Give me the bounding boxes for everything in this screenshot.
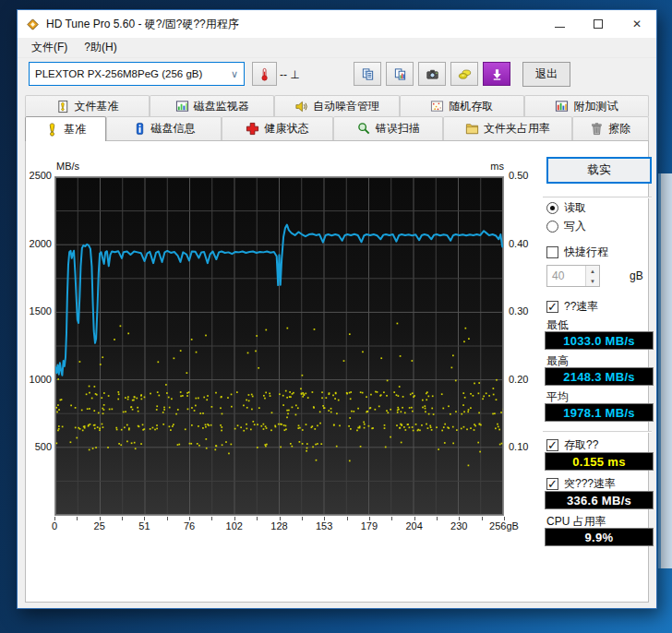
tick-label: 0.40 <box>509 238 540 249</box>
tab-label: 磁盘监视器 <box>194 99 249 114</box>
checkbox-short-stroke-label: 快捷行程 <box>564 245 608 260</box>
checkbox-burst-rate-control[interactable] <box>546 478 558 490</box>
checkbox-burst-rate-label: 突???速率 <box>564 476 616 492</box>
save-disks-icon <box>458 67 472 81</box>
toolbar: PLEXTOR PX-256M8PeG (256 gB) ∨ -- ⊥ <box>18 58 656 91</box>
tab-label: 自动噪音管理 <box>313 99 379 114</box>
tick-label: 0 <box>33 520 76 531</box>
radio-write-control[interactable] <box>546 221 558 233</box>
radio-write-label: 写入 <box>564 219 586 234</box>
hdtune-window: HD Tune Pro 5.60 - 硬?/固?硬??用程序 ✕ 文件(F) ?… <box>17 9 657 609</box>
thermometer-icon <box>258 67 271 81</box>
camera-icon <box>426 67 439 81</box>
checkbox-short-stroke[interactable]: 快捷行程 <box>546 245 608 260</box>
trash-icon <box>590 122 604 136</box>
checkbox-access-time-control[interactable] <box>546 439 558 451</box>
tab-label: 文件夹占用率 <box>484 121 550 137</box>
copy-text-button[interactable] <box>354 62 381 86</box>
tab-label: 擦除 <box>608 121 630 137</box>
tick-label: 1000 <box>26 374 52 385</box>
checkbox-transfer-rate-control[interactable] <box>546 301 558 313</box>
file-benchmark-icon <box>56 100 70 113</box>
copy-image-icon <box>393 67 407 81</box>
capacity-unit: gB <box>630 269 643 282</box>
tab-aam[interactable]: 自动噪音管理 <box>274 95 399 116</box>
menu-file[interactable]: 文件(F) <box>23 38 76 57</box>
tick-label: 76 <box>168 520 210 531</box>
benchmark-chart <box>54 176 504 516</box>
capacity-stepper[interactable]: 40 ▲▼ <box>546 265 600 287</box>
avg-value-display: 1978.1 MB/s <box>545 403 654 422</box>
checkbox-access-time-label: 存取?? <box>564 437 598 453</box>
tab-random-access[interactable]: 随机存取 <box>400 95 524 116</box>
burst-rate-display: 336.6 MB/s <box>545 491 654 509</box>
start-button[interactable]: 载实 <box>546 157 652 184</box>
tick-label: 25 <box>78 520 121 531</box>
temperature-button[interactable] <box>252 62 277 86</box>
folder-icon <box>465 122 479 136</box>
min-value-display: 1033.0 MB/s <box>545 331 654 350</box>
tick-label: 1500 <box>26 305 52 316</box>
tab-benchmark[interactable]: 基准 <box>25 116 106 141</box>
radio-read-control[interactable] <box>546 202 558 214</box>
tab-label: 基准 <box>64 122 86 137</box>
tabrow-front: 基准 磁盘信息 健康状态 <box>25 116 649 140</box>
tab-disk-monitor[interactable]: 磁盘监视器 <box>150 95 274 116</box>
checkbox-transfer-rate[interactable]: ??速率 <box>546 299 598 315</box>
tick-label: 0.10 <box>509 441 540 452</box>
health-cross-icon <box>246 122 259 136</box>
background-window-edge <box>658 173 672 568</box>
tick-label: 102 <box>213 520 256 531</box>
close-button[interactable]: ✕ <box>618 10 656 38</box>
stepper-arrows[interactable]: ▲▼ <box>585 266 599 286</box>
tick-label: 179 <box>348 520 390 531</box>
benchmark-page: MB/s ms 2500200015001000500 0.500.400.30… <box>25 140 649 603</box>
tab-extra-tests[interactable]: 附加测试 <box>524 95 649 116</box>
drive-select-dropdown[interactable]: PLEXTOR PX-256M8PeG (256 gB) ∨ <box>29 62 245 86</box>
tab-erase[interactable]: 擦除 <box>572 116 650 140</box>
maximize-button[interactable] <box>579 10 618 38</box>
checkbox-transfer-rate-label: ??速率 <box>564 299 598 315</box>
download-button[interactable] <box>483 62 510 86</box>
tick-label: 51 <box>123 520 165 531</box>
titlebar: HD Tune Pro 5.60 - 硬?/固?硬??用程序 ✕ <box>18 10 656 38</box>
magnifier-icon <box>357 122 371 136</box>
extra-tests-icon <box>555 100 569 113</box>
tab-folder-usage[interactable]: 文件夹占用率 <box>443 116 571 140</box>
tick-label: 2000 <box>26 238 52 249</box>
minimize-button[interactable] <box>540 10 579 38</box>
tab-label: 错误扫描 <box>376 121 420 137</box>
random-access-icon <box>430 100 444 113</box>
tabrow-back: 文件基准 磁盘监视器 <box>25 95 649 116</box>
checkbox-access-time[interactable]: 存取?? <box>546 437 598 453</box>
save-button[interactable] <box>450 62 478 86</box>
screenshot-button[interactable] <box>418 62 446 86</box>
cpu-usage-display: 9.9% <box>545 528 654 546</box>
separator <box>543 431 652 433</box>
tab-label: 健康状态 <box>264 121 308 137</box>
benchmark-exclamation-icon <box>45 123 59 137</box>
tab-health[interactable]: 健康状态 <box>222 116 333 140</box>
tab-error-scan[interactable]: 错误扫描 <box>333 116 443 140</box>
max-value-display: 2148.3 MB/s <box>545 367 654 386</box>
tick-label: 0.50 <box>509 170 540 181</box>
exit-button[interactable]: 退出 <box>522 62 570 87</box>
access-time-display: 0.155 ms <box>545 452 654 471</box>
menu-help[interactable]: ?助(H) <box>76 38 125 57</box>
tab-disk-info[interactable]: 磁盘信息 <box>106 116 221 140</box>
y-left-unit: MB/s <box>56 161 79 172</box>
tab-file-benchmark[interactable]: 文件基准 <box>25 95 150 116</box>
tick-label: 204 <box>393 520 436 531</box>
checkbox-short-stroke-control[interactable] <box>546 246 558 258</box>
plot-svg <box>55 177 503 515</box>
temperature-value: -- ⊥ <box>280 68 300 81</box>
speaker-icon <box>294 100 308 113</box>
disk-monitor-icon <box>175 100 189 113</box>
radio-write[interactable]: 写入 <box>546 219 586 234</box>
copy-image-button[interactable] <box>386 62 414 86</box>
tab-label: 文件基准 <box>75 99 119 114</box>
checkbox-burst-rate[interactable]: 突???速率 <box>546 476 616 492</box>
tab-label: 附加测试 <box>573 99 618 114</box>
tick-label: 0.30 <box>509 305 540 316</box>
radio-read[interactable]: 读取 <box>546 200 586 216</box>
